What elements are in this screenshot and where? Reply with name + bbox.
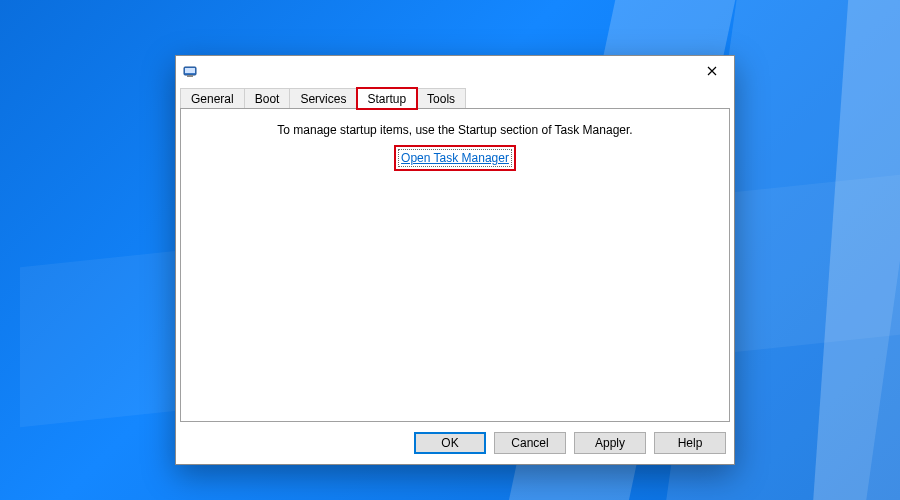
msconfig-dialog: General Boot Services Startup Tools To m… — [175, 55, 735, 465]
titlebar — [176, 56, 734, 86]
startup-panel: To manage startup items, use the Startup… — [180, 108, 730, 422]
help-button[interactable]: Help — [654, 432, 726, 454]
tab-boot[interactable]: Boot — [245, 88, 291, 109]
tab-startup[interactable]: Startup — [357, 88, 417, 109]
cancel-button[interactable]: Cancel — [494, 432, 566, 454]
apply-button[interactable]: Apply — [574, 432, 646, 454]
open-task-manager-wrap: Open Task Manager — [181, 151, 729, 165]
tab-strip: General Boot Services Startup Tools — [176, 86, 734, 108]
msconfig-icon — [182, 63, 198, 79]
tab-general[interactable]: General — [180, 88, 245, 109]
open-task-manager-link[interactable]: Open Task Manager — [398, 149, 512, 167]
startup-instruction: To manage startup items, use the Startup… — [181, 123, 729, 137]
ok-button[interactable]: OK — [414, 432, 486, 454]
tab-tools[interactable]: Tools — [417, 88, 466, 109]
tab-services[interactable]: Services — [290, 88, 357, 109]
svg-rect-2 — [187, 75, 193, 77]
dialog-button-row: OK Cancel Apply Help — [176, 426, 734, 462]
svg-rect-1 — [185, 68, 195, 73]
close-button[interactable] — [692, 57, 732, 85]
